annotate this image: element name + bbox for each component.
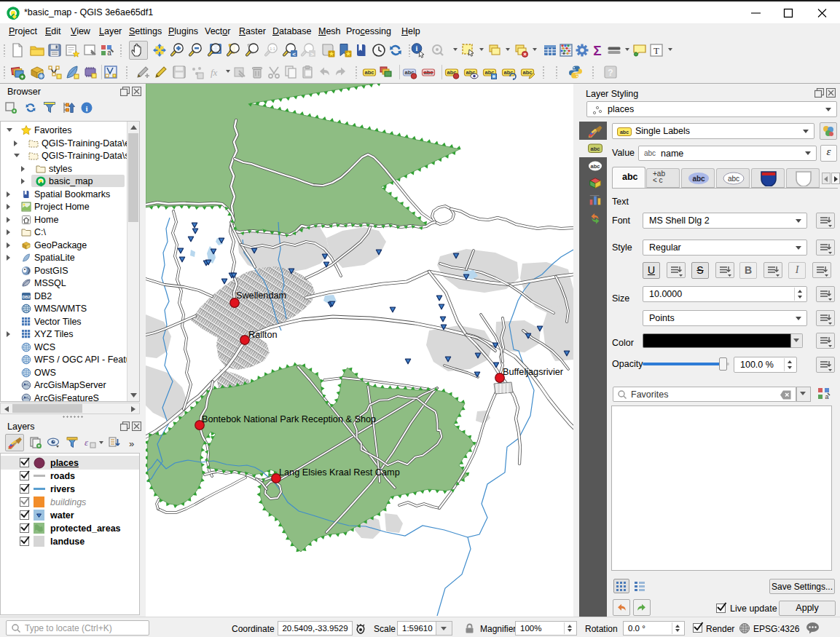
svg-text:Swellendam: Swellendam <box>236 290 286 301</box>
svg-text:abc: abc <box>591 146 600 152</box>
svg-text:abc: abc <box>620 130 629 135</box>
svg-text:abc: abc <box>692 175 705 183</box>
svg-text:Buffeljagsrivier: Buffeljagsrivier <box>503 367 564 377</box>
svg-text:Σ: Σ <box>593 43 601 58</box>
svg-text:>: > <box>310 51 314 58</box>
svg-text:DB2: DB2 <box>22 294 30 298</box>
svg-text:abc: abc <box>591 163 600 170</box>
svg-text:<: < <box>292 51 296 58</box>
svg-text:i: i <box>416 44 418 52</box>
svg-text:fx: fx <box>211 67 218 78</box>
svg-text:Lang Elsies Kraal Rest Camp: Lang Elsies Kraal Rest Camp <box>279 467 400 478</box>
svg-text:Railton: Railton <box>248 330 278 340</box>
svg-text:1:1: 1:1 <box>270 47 275 51</box>
svg-text:ε: ε <box>85 437 89 448</box>
svg-text:abc: abc <box>504 69 514 76</box>
svg-text:abc: abc <box>523 69 533 76</box>
svg-text:i: i <box>85 104 87 113</box>
svg-text:?: ? <box>608 68 613 78</box>
svg-text:abc: abc <box>365 69 374 76</box>
svg-text:abc: abc <box>728 175 739 183</box>
svg-text:Bontebok National Park Recepti: Bontebok National Park Reception & Shop <box>202 414 376 424</box>
svg-text:T: T <box>653 45 659 56</box>
